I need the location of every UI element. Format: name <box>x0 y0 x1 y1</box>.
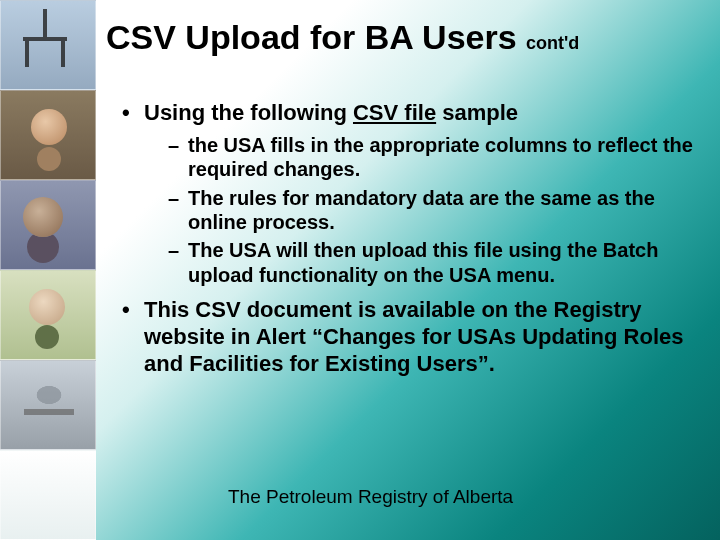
footer-text: The Petroleum Registry of Alberta <box>228 486 513 508</box>
sub-list-1: the USA fills in the appropriate columns… <box>144 133 696 287</box>
sidebar-image-pumpjack <box>0 0 96 90</box>
bullet-1-post: sample <box>436 100 518 125</box>
sidebar-image-blank <box>0 450 96 540</box>
sidebar-image-engineer <box>0 270 96 360</box>
sub-1a: the USA fills in the appropriate columns… <box>168 133 696 182</box>
content-area: CSV Upload for BA Users cont'd Using the… <box>96 0 720 540</box>
slide-title: CSV Upload for BA Users cont'd <box>106 18 710 57</box>
csv-file-link[interactable]: CSV file <box>353 100 436 125</box>
sidebar-image-worker <box>0 90 96 180</box>
sidebar-image-logo-mark <box>0 360 96 450</box>
slide: CSV Upload for BA Users cont'd Using the… <box>0 0 720 540</box>
bullet-2: This CSV document is available on the Re… <box>120 297 696 377</box>
title-suffix: cont'd <box>526 33 579 53</box>
bullet-1: Using the following CSV file sample the … <box>120 100 696 287</box>
bullet-list: Using the following CSV file sample the … <box>120 100 696 382</box>
sub-1b: The rules for mandatory data are the sam… <box>168 186 696 235</box>
title-main: CSV Upload for BA Users <box>106 18 526 56</box>
sidebar-photo-strip <box>0 0 96 540</box>
bullet-1-pre: Using the following <box>144 100 353 125</box>
sub-1c: The USA will then upload this file using… <box>168 238 696 287</box>
sidebar-image-caller <box>0 180 96 270</box>
